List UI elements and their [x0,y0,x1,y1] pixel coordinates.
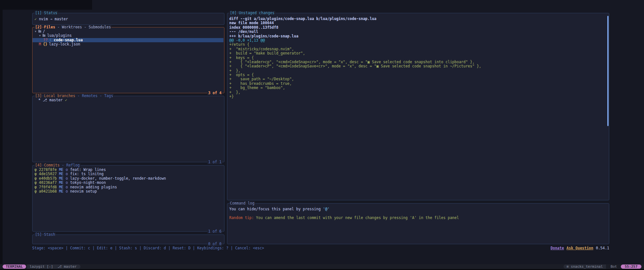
branches-count: 1 of 1 [207,160,222,164]
diff-line[interactable]: + { "<leader>cP", "<cmd>CodeSnapSave<cr>… [229,64,608,68]
repo-name: nvim [39,17,48,21]
keybind-separator: | [228,246,235,250]
branch-icon: ⎇ [43,98,47,102]
files-panel[interactable]: [2]─Files - Worktrees - Submodules ▾/▾lu… [32,27,224,93]
panel-title-part: Commits [44,163,60,167]
branch-row[interactable]: *⎇master✓ [33,98,223,102]
commits-panel[interactable]: [4]─Commits - Reflog φ 2278f8fe ME o fea… [32,165,224,232]
panel-title-part: ─ [42,11,44,15]
commit-list: φ 2278f8fe ME o feat: Wrap linesφ 4de150… [33,168,223,194]
commit-row[interactable]: φ e40db57b ME o lazy-docker, number-togg… [33,176,223,181]
commit-hash: a0421b68 [39,189,59,194]
commit-icon: φ [34,185,39,189]
status-panel[interactable]: [1]─Status ✓nvim→master [32,13,224,25]
commit-subject: tokyo-night-moon [70,180,106,185]
clean-check-icon: ✓ [34,17,37,21]
diff-line[interactable]: @@ -0,0 +1,13 @@ [229,38,608,43]
keybind-hint: Keybindings: ? [197,246,228,250]
commit-row[interactable]: φ 40236af7 ME o tokyo-night-moon [33,181,223,185]
commit-icon: φ [34,189,39,194]
files-count: 3 of 4 [207,91,222,95]
folder-icon [38,30,41,33]
commit-row[interactable]: φ 2278f8fe ME o feat: Wrap lines [33,168,223,172]
diff-line[interactable]: +++ b/lua/plugins/code-snap.lua [229,34,608,38]
commit-row[interactable]: φ 7f0f4fd8 ME o neovim adding plugins [33,185,223,189]
commits-panel-title[interactable]: [4]─Commits - Reflog [34,163,80,167]
unstaged-changes-panel[interactable]: [0]─Unstaged changes diff --git a/lua/pl… [227,13,609,200]
file-tree-file-row[interactable]: M{}lazy-lock.json [33,42,223,46]
commit-node-icon: o [66,172,70,176]
file-tree-dir-row[interactable]: ▾/ [33,29,223,34]
diff-line[interactable]: diff --git a/lua/plugins/code-snap.lua b… [229,17,608,21]
mode-badge: TERMINAL [3,265,26,269]
status-summary-row[interactable]: ✓nvim→master [33,17,223,21]
commit-node-icon: o [66,167,70,172]
commit-node-icon: o [66,185,70,189]
panel-title-part: [1] [35,11,42,15]
donate-link[interactable]: Donate [551,246,564,250]
stash-panel-title: [5]─Stash [34,233,56,237]
chevron-down-icon: ▾ [39,33,41,38]
keybind-separator: | [90,246,97,250]
checked-out-marker: * [38,98,41,102]
diff-line[interactable]: new file mode 100644 [229,21,608,25]
stash-panel[interactable]: [5]─Stash 0 of 0 [32,235,224,244]
cursor-location-badge: 55:257 [621,265,641,269]
files-panel-title[interactable]: [2]─Files - Worktrees - Submodules [34,25,111,29]
commit-row[interactable]: φ a0421b68 ME o neovim setup [33,189,223,194]
keybind-separator: | [137,246,144,250]
ask-question-link[interactable]: Ask Question [566,246,593,250]
file-tree-file-row[interactable]: ??☾code-snap.lua [33,38,223,42]
version-label: 0.54.1 [596,246,609,250]
branches-panel[interactable]: [3]─Local branches - Remotes - Tags *⎇ma… [32,96,224,162]
keybind-separator: | [166,246,173,250]
panel-title-part: ─ [237,11,239,15]
footer-links: DonateAsk Question0.54.1 [548,246,609,250]
diff-line[interactable]: + bg_theme = "bamboo", [229,86,608,90]
command-log-panel[interactable]: Command log You can hide/focus this pane… [227,203,609,244]
commit-icon: φ [34,176,39,181]
commit-icon: φ [34,167,39,172]
arrow-right-icon: → [50,17,52,21]
diff-line[interactable]: + "mistricky/codesnap.nvim", [229,47,608,51]
branch-name: master [49,98,63,102]
panel-title-part: Local branches [44,94,75,98]
diff-line[interactable]: + save_path = "~/Desktop", [229,77,608,81]
commit-row[interactable]: φ 4de15027 ME o fix: ts linitng [33,172,223,176]
command-log-hint: You can hide/focus this panel by pressin… [229,207,608,211]
keybind-hint: Stage: <space> [32,246,63,250]
unstaged-panel-title: [0]─Unstaged changes [229,11,275,15]
command-log-title: Command log [229,201,255,205]
diff-scrollbar[interactable] [607,16,609,126]
panel-title-part: Unstaged changes [239,11,275,15]
keybind-separator: | [191,246,197,250]
diff-line[interactable]: + has_breadcrumbs = true, [229,82,608,86]
commit-subject: neovim setup [70,189,97,194]
chevron-down-icon: ▾ [34,29,37,34]
diff-line[interactable]: +} [229,95,608,99]
diff-line[interactable]: index 0000000..13f5df8 [229,25,608,30]
diff-line[interactable]: --- /dev/null [229,30,608,34]
diff-line[interactable]: + opts = { [229,73,608,77]
random-tip-line: Random tip: You can amend the last commi… [229,216,608,220]
keybind-separator: | [112,246,119,250]
diff-line[interactable]: + keys = { [229,56,608,60]
keybind-hint: Cancel: <esc> [235,246,264,250]
panel-title-part: Command log [230,201,254,205]
commit-subject: feat: Wrap lines [70,167,106,172]
panel-title-part: - Remotes - Tags [75,94,113,98]
diff-line[interactable]: + { "<leader>cp", "<cmd>CodeSnap<cr>", m… [229,60,608,64]
diff-line[interactable]: +return { [229,43,608,47]
diff-line[interactable]: + }, [229,69,608,73]
commit-subject: fix: ts linitng [70,172,104,176]
diff-line[interactable]: + }, [229,90,608,95]
panel-title-part: [0] [230,11,237,15]
buffer-name: snacks_terminal [571,265,603,269]
diff-line[interactable]: + build = "make build_generator", [229,51,608,55]
keybind-hint: Reset: D [173,246,190,250]
commit-author-badge: ME [59,189,66,194]
file-tree-dir-row[interactable]: ▾lua/plugins [33,34,223,38]
panel-title-part: ─ [42,232,44,237]
list-icon: ≡ [567,265,569,269]
commit-author-badge: ME [59,180,66,185]
